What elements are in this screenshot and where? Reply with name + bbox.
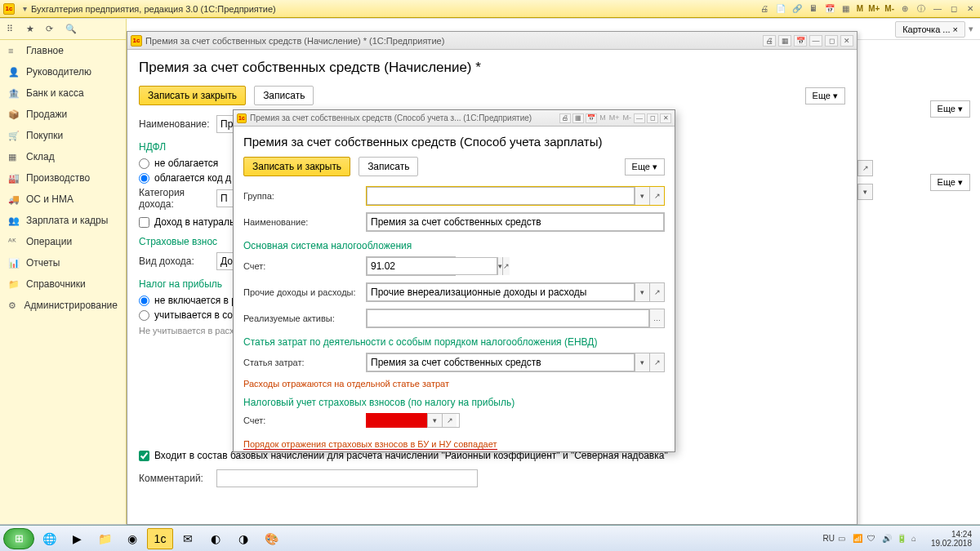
tab-menu-icon[interactable]: ▾ [969, 24, 973, 34]
m-icon[interactable]: M [599, 113, 607, 123]
doc-icon[interactable]: 📄 [774, 2, 787, 16]
close-icon[interactable]: ✕ [840, 35, 853, 47]
print-icon[interactable]: 🖨 [758, 2, 771, 16]
comment-input[interactable] [216, 469, 478, 487]
more-button-outer[interactable]: Еще ▾ [930, 100, 970, 118]
search-icon[interactable]: 🔍 [65, 24, 77, 35]
sidebar-item-manager[interactable]: 👤Руководителю [0, 61, 126, 82]
grid-icon[interactable]: ▦ [778, 35, 791, 47]
m-minus-icon[interactable]: M- [884, 4, 895, 13]
open-icon[interactable]: ↗ [649, 353, 664, 371]
dropdown-icon[interactable]: ▾ [858, 184, 872, 199]
more-button[interactable]: Еще ▾ [805, 87, 845, 104]
tray-misc-icon[interactable]: ⌂ [911, 534, 923, 543]
sidebar-item-main[interactable]: ≡Главное [0, 40, 126, 61]
open-icon[interactable]: ↗ [649, 187, 664, 205]
more-button-outer2[interactable]: Еще ▾ [930, 174, 970, 191]
open-icon[interactable]: ↗ [502, 257, 510, 275]
ellipsis-icon[interactable]: … [649, 309, 664, 327]
zoom-icon[interactable]: ⊕ [898, 2, 911, 16]
lang-indicator[interactable]: RU [822, 534, 834, 543]
sidebar-item-sales[interactable]: 📦Продажи [0, 104, 126, 125]
calendar-icon[interactable]: 📅 [823, 2, 836, 16]
sidebar-item-salary[interactable]: 👥Зарплата и кадры [0, 210, 126, 231]
taskbar-mail-icon[interactable]: ✉ [175, 528, 201, 549]
open-icon[interactable]: ↗ [858, 161, 872, 176]
sidebar-item-reports[interactable]: 📊Отчеты [0, 252, 126, 273]
sidebar-item-bank[interactable]: 🏦Банк и касса [0, 82, 126, 104]
name-input[interactable] [367, 213, 664, 231]
more-button[interactable]: Еще ▾ [625, 158, 665, 176]
close-icon[interactable]: ✕ [660, 113, 671, 123]
close-icon[interactable]: ✕ [964, 2, 977, 16]
dropdown-icon[interactable]: ▾ [635, 353, 649, 371]
window1-titlebar[interactable]: 1c Премия за счет собственных средств (Н… [127, 32, 857, 50]
m-plus-icon[interactable]: M+ [867, 4, 880, 13]
other-input[interactable] [367, 283, 635, 301]
group-input[interactable] [367, 187, 635, 205]
sidebar-item-warehouse[interactable]: ▦Склад [0, 146, 126, 167]
min-icon[interactable]: — [634, 113, 645, 123]
cost-input[interactable] [367, 353, 635, 371]
tray-net-icon[interactable]: 📶 [853, 534, 864, 543]
tray-battery-icon[interactable]: 🔋 [897, 534, 908, 543]
tab-card[interactable]: Карточка ... × [895, 21, 965, 38]
save-button[interactable]: Записать [254, 86, 314, 105]
window1-heading: Премия за счет собственных средств (Начи… [139, 60, 845, 76]
taskbar-1c-icon[interactable]: 1c [147, 528, 173, 549]
sidebar-item-production[interactable]: 🏭Производство [0, 167, 126, 189]
m-minus-icon[interactable]: M- [622, 113, 633, 123]
window2-titlebar[interactable]: 1c Премия за счет собственных средств (С… [234, 110, 675, 127]
max-icon[interactable]: ◻ [947, 2, 960, 16]
sidebar-item-operations[interactable]: ᴬᴷОперации [0, 231, 126, 252]
dropdown-icon[interactable]: ▾ [18, 2, 31, 16]
base-checkbox[interactable] [139, 451, 149, 461]
star-icon[interactable]: ★ [26, 24, 38, 35]
taskbar-paint-icon[interactable]: 🎨 [258, 528, 284, 549]
taskbar-media-icon[interactable]: ▶ [64, 528, 90, 549]
taskbar-ie-icon[interactable]: 🌐 [36, 528, 62, 549]
calendar-icon[interactable]: 📅 [794, 35, 807, 47]
sidebar-item-label: Склад [26, 151, 55, 162]
sidebar-item-admin[interactable]: ⚙Администрирование [0, 295, 126, 316]
dropdown-icon[interactable]: ▾ [635, 283, 649, 301]
tray-flag-icon[interactable]: ▭ [838, 534, 849, 543]
min-icon[interactable]: — [809, 35, 822, 47]
tab-close-icon[interactable]: × [953, 24, 958, 34]
grid-icon[interactable]: ▦ [840, 2, 853, 16]
sidebar-item-refs[interactable]: 📁Справочники [0, 273, 126, 295]
max-icon[interactable]: ◻ [647, 113, 658, 123]
save-button[interactable]: Записать [359, 157, 418, 176]
max-icon[interactable]: ◻ [825, 35, 838, 47]
print-icon[interactable]: 🖨 [763, 35, 776, 47]
dropdown-icon[interactable]: ▾ [427, 414, 442, 427]
save-close-button[interactable]: Записать и закрыть [139, 86, 246, 105]
m-plus-icon[interactable]: M+ [608, 113, 621, 123]
save-close-button[interactable]: Записать и закрыть [243, 157, 350, 176]
taskbar-explorer-icon[interactable]: 📁 [91, 528, 118, 549]
calendar-icon[interactable]: 📅 [586, 113, 597, 123]
link-icon[interactable]: 🔗 [791, 2, 804, 16]
dropdown-icon[interactable]: ▾ [635, 187, 649, 205]
open-icon[interactable]: ↗ [649, 283, 664, 301]
taskbar-app1-icon[interactable]: ◐ [203, 528, 229, 549]
clock[interactable]: 14:24 19.02.2018 [926, 530, 977, 548]
m-icon[interactable]: M [856, 4, 864, 13]
assets-input[interactable] [367, 309, 649, 327]
sidebar-item-purchases[interactable]: 🛒Покупки [0, 125, 126, 146]
apps-icon[interactable]: ⠿ [7, 24, 18, 35]
sidebar-item-assets[interactable]: 🚚ОС и НМА [0, 189, 126, 210]
print-icon[interactable]: 🖨 [559, 113, 571, 123]
open-icon[interactable]: ↗ [442, 414, 457, 427]
taskbar-chrome-icon[interactable]: ◉ [119, 528, 145, 549]
min-icon[interactable]: — [931, 2, 944, 16]
taskbar-app2-icon[interactable]: ◑ [230, 528, 256, 549]
tray-shield-icon[interactable]: 🛡 [867, 534, 879, 543]
account-input[interactable] [367, 257, 497, 275]
history-icon[interactable]: ⟳ [46, 24, 57, 35]
tray-sound-icon[interactable]: 🔊 [882, 534, 893, 543]
help-icon[interactable]: ⓘ [915, 2, 928, 16]
start-button[interactable]: ⊞ [3, 528, 34, 549]
grid-icon[interactable]: ▦ [572, 113, 584, 123]
calc-icon[interactable]: 🖩 [807, 2, 820, 16]
